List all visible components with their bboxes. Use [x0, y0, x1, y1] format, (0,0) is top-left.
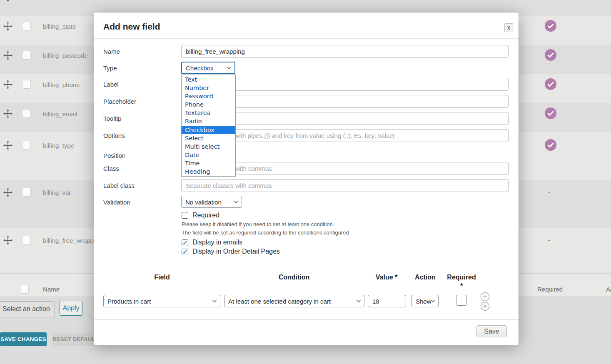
add-condition-icon[interactable]: [480, 292, 490, 302]
condition-condition-select[interactable]: At least one selected category in cart: [224, 295, 364, 307]
column-header-actions: Actions: [606, 286, 611, 293]
select-all-checkbox[interactable]: [20, 285, 29, 294]
type-label: Type: [103, 65, 117, 72]
close-icon[interactable]: x: [504, 23, 513, 32]
required-check-icon: [545, 107, 556, 119]
label-label: Label: [103, 81, 119, 88]
validation-select-value: No validation: [185, 198, 222, 205]
display-in-emails-checkbox[interactable]: [182, 239, 188, 246]
conditions-header-required-star: *: [460, 282, 463, 290]
label-class-label: Label class: [103, 182, 135, 189]
chevron-down-icon: [46, 308, 52, 312]
name-label: Name: [103, 48, 120, 55]
dropdown-option[interactable]: Time: [182, 159, 235, 167]
conditions-header-condition: Condition: [279, 274, 310, 281]
row-checkbox[interactable]: [22, 0, 31, 0]
chevron-down-icon: [212, 299, 217, 303]
condition-required-checkbox[interactable]: [456, 295, 467, 306]
required-help-line1: Please keep it disabled if you need to s…: [182, 221, 334, 227]
required-checkbox[interactable]: [182, 212, 188, 219]
conditions-header-field: Field: [154, 274, 170, 281]
field-name: billing_type: [43, 142, 74, 149]
chevron-down-icon: [234, 200, 239, 204]
required-dash: -: [548, 189, 550, 196]
dropdown-option[interactable]: Select: [182, 134, 235, 142]
chevron-down-icon: [356, 299, 361, 303]
row-checkbox[interactable]: [22, 80, 31, 89]
name-input[interactable]: [181, 45, 509, 58]
condition-condition-value: At least one selected category in cart: [228, 298, 331, 305]
condition-field-select[interactable]: Products in cart: [103, 295, 220, 307]
display-in-order-pages-checkbox[interactable]: [182, 249, 188, 255]
checkout-fields-editor-page: billing_state billing_postcode billing_p…: [0, 0, 611, 364]
field-name: billing_phone: [43, 81, 80, 88]
chevron-down-icon: [227, 66, 232, 70]
required-check-icon: [545, 139, 556, 151]
drag-handle-icon[interactable]: [3, 51, 12, 60]
validation-label: Validation: [103, 199, 130, 206]
footer-divider: [94, 319, 519, 320]
dropdown-option[interactable]: Textarea: [182, 109, 235, 117]
required-help-line2: The field will be set as required accord…: [182, 229, 349, 236]
bulk-action-value: Select an action: [2, 305, 50, 313]
row-checkbox[interactable]: [22, 109, 31, 118]
required-check-icon: [545, 78, 556, 90]
type-select[interactable]: Checkbox: [181, 62, 235, 74]
dropdown-option[interactable]: Date: [182, 151, 235, 159]
save-button[interactable]: Save: [476, 325, 507, 337]
required-checkbox-label: Required: [192, 212, 219, 219]
drag-handle-icon[interactable]: [3, 22, 12, 31]
conditions-header-value: Value *: [376, 274, 397, 281]
dropdown-option-selected[interactable]: Checkbox: [182, 126, 235, 134]
row-checkbox[interactable]: [22, 22, 31, 30]
drag-handle-icon[interactable]: [3, 0, 12, 2]
drag-handle-icon[interactable]: [3, 236, 12, 245]
apply-button[interactable]: Apply: [60, 301, 82, 316]
type-select-value: Checkbox: [186, 65, 214, 72]
modal-title: Add new field: [103, 22, 160, 32]
field-name: billing_vat: [43, 189, 71, 196]
add-new-field-modal: Add new field x Name Type Label Placehol…: [94, 12, 519, 345]
remove-condition-icon[interactable]: [480, 302, 490, 311]
dropdown-option[interactable]: Text: [182, 75, 235, 84]
field-name: billing_state: [43, 23, 76, 30]
label-class-input[interactable]: [181, 179, 509, 192]
row-checkbox[interactable]: [22, 51, 31, 60]
required-check-icon: [545, 49, 556, 61]
column-header-required: Required: [537, 286, 563, 293]
drag-handle-icon[interactable]: [3, 109, 12, 118]
drag-handle-icon[interactable]: [3, 141, 12, 150]
condition-field-value: Products in cart: [107, 298, 151, 305]
field-name: billing_postcode: [43, 52, 88, 59]
condition-value-input[interactable]: [368, 295, 406, 307]
field-name: billing_free_wrapping: [43, 237, 102, 244]
validation-select[interactable]: No validation: [181, 196, 242, 208]
required-dash: -: [548, 237, 550, 244]
dropdown-option[interactable]: Number: [182, 84, 235, 92]
drag-handle-icon[interactable]: [3, 80, 12, 89]
condition-action-value: Show: [416, 298, 431, 305]
row-checkbox[interactable]: [22, 188, 31, 197]
conditions-header-action: Action: [415, 274, 436, 281]
bulk-action-select[interactable]: Select an action: [0, 301, 55, 317]
dropdown-option[interactable]: Phone: [182, 100, 235, 109]
display-in-emails-label: Display in emails: [192, 239, 242, 246]
dropdown-option[interactable]: Radio: [182, 117, 235, 125]
row-checkbox[interactable]: [22, 236, 31, 244]
chevron-down-icon: [430, 299, 435, 303]
type-dropdown-list: Text Number Password Phone Textarea Radi…: [181, 75, 236, 177]
position-label: Position: [103, 152, 125, 159]
dropdown-option[interactable]: Password: [182, 92, 235, 100]
dropdown-option[interactable]: Heading: [182, 167, 235, 176]
condition-action-select[interactable]: Show: [411, 295, 439, 307]
save-changes-button[interactable]: SAVE CHANGES: [0, 332, 47, 346]
title-divider: [94, 38, 519, 39]
dropdown-option[interactable]: Multi select: [182, 142, 235, 151]
display-in-order-pages-label: Display in Order Detail Pages: [192, 248, 280, 255]
row-checkbox[interactable]: [22, 141, 31, 150]
class-label: Class: [103, 165, 119, 172]
column-header-name: Name: [43, 286, 60, 293]
conditions-header-required: Required: [447, 274, 476, 281]
field-name: billing_email: [43, 110, 77, 117]
drag-handle-icon[interactable]: [3, 188, 12, 197]
